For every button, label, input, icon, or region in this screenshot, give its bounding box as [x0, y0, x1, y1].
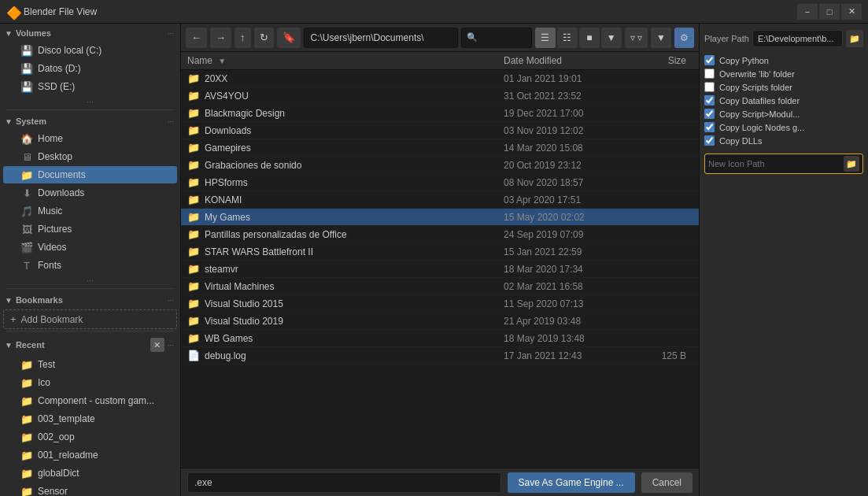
sidebar-item-home[interactable]: 🏠Home: [3, 130, 177, 147]
folder-icon: 📁: [187, 246, 200, 257]
table-row[interactable]: 📁 steamvr 18 Mar 2020 17:34: [181, 261, 699, 278]
table-row[interactable]: 📁 My Games 15 May 2020 02:02: [181, 209, 699, 226]
filter-button[interactable]: ▿ ▿: [625, 28, 648, 48]
large-grid-view-button[interactable]: ■: [579, 28, 600, 48]
sidebar-item-music[interactable]: 🎵Music: [3, 202, 177, 220]
column-name-header[interactable]: Name ▼: [187, 55, 504, 66]
recent-item[interactable]: 📁002_oop: [3, 428, 177, 446]
column-size-header[interactable]: Size: [630, 55, 693, 66]
recent-item[interactable]: 📁globalDict: [3, 465, 177, 482]
player-path-input[interactable]: [752, 30, 843, 47]
sidebar-item-pictures[interactable]: 🖼Pictures: [3, 220, 177, 238]
recent-item[interactable]: 📁003_template: [3, 410, 177, 428]
parent-dir-button[interactable]: ↑: [235, 28, 251, 48]
table-row[interactable]: 📄 debug.log 17 Jan 2021 12:43 125 B: [181, 347, 699, 365]
table-row[interactable]: 📁 Downloads 03 Nov 2019 12:02: [181, 122, 699, 139]
add-bookmark-button[interactable]: + Add Bookmark: [3, 309, 177, 329]
option-checkbox[interactable]: [704, 68, 715, 79]
recent-item[interactable]: 📁001_reloadme: [3, 446, 177, 464]
bookmarks-options[interactable]: ···: [168, 296, 174, 305]
table-row[interactable]: 📁 AVS4YOU 31 Oct 2021 23:52: [181, 87, 699, 105]
folder-icon: 📁: [187, 176, 200, 188]
option-checkbox[interactable]: [704, 122, 715, 132]
option-checkbox[interactable]: [704, 55, 715, 65]
refresh-button[interactable]: ↻: [254, 28, 274, 48]
table-row[interactable]: 📁 Visual Studio 2015 11 Sep 2020 07:13: [181, 295, 699, 313]
table-row[interactable]: 📁 Gamepires 14 Mar 2020 15:08: [181, 139, 699, 157]
recent-item[interactable]: 📁Component - custom gam...: [3, 392, 177, 409]
sort-button[interactable]: ▼: [651, 28, 671, 48]
table-row[interactable]: 📁 20XX 01 Jan 2021 19:01: [181, 70, 699, 87]
table-row[interactable]: 📁 KONAMI 03 Apr 2020 17:51: [181, 191, 699, 209]
option-checkbox[interactable]: [704, 109, 715, 119]
column-date-header[interactable]: Date Modified: [504, 55, 630, 66]
new-icon-browse-button[interactable]: 📁: [844, 156, 859, 172]
system-item-label: Downloads: [38, 187, 84, 198]
system-section-header[interactable]: ▼ System ···: [0, 112, 180, 129]
table-row[interactable]: 📁 Grabaciones de sonido 20 Oct 2019 23:1…: [181, 157, 699, 174]
file-name: AVS4YOU: [205, 91, 504, 102]
folder-icon: 📁: [20, 467, 33, 479]
table-row[interactable]: 📁 Pantillas personalizadas de Office 24 …: [181, 226, 699, 243]
table-row[interactable]: 📁 Visual Studio 2019 21 Apr 2019 03:48: [181, 313, 699, 330]
file-name: Gamepires: [205, 143, 504, 154]
volumes-section-header[interactable]: ▼ Volumes ···: [0, 24, 180, 41]
system-options[interactable]: ···: [168, 117, 174, 126]
new-icon-path-input[interactable]: [708, 159, 840, 168]
file-date: 15 May 2020 02:02: [504, 212, 630, 223]
table-row[interactable]: 📁 Blackmagic Design 19 Dec 2021 17:00: [181, 105, 699, 122]
system-more[interactable]: ···: [0, 275, 180, 287]
close-button[interactable]: ✕: [841, 4, 862, 20]
volumes-more[interactable]: ···: [0, 96, 180, 108]
recent-options[interactable]: ···: [168, 341, 174, 350]
recent-item[interactable]: 📁Ico: [3, 374, 177, 391]
window-controls: − □ ✕: [797, 4, 862, 20]
sidebar-item-fonts[interactable]: TFonts: [3, 257, 177, 274]
file-icon: 📄: [187, 350, 200, 361]
folder-icon: 📁: [187, 315, 200, 327]
save-game-engine-button[interactable]: Save As Game Engine ...: [508, 472, 635, 493]
recent-section-header[interactable]: ▼ Recent ✕ ···: [0, 333, 180, 355]
volumes-label: Volumes: [16, 28, 168, 38]
option-checkbox[interactable]: [704, 82, 715, 92]
volumes-options[interactable]: ···: [168, 29, 174, 38]
recent-clear-button[interactable]: ✕: [150, 338, 164, 352]
maximize-button[interactable]: □: [819, 4, 840, 20]
minimize-button[interactable]: −: [797, 4, 818, 20]
list-view-button[interactable]: ☰: [535, 28, 556, 48]
sidebar-item-desktop[interactable]: 🖥Desktop: [3, 148, 177, 165]
recent-item[interactable]: 📁Sensor: [3, 483, 177, 496]
file-list: 📁 20XX 01 Jan 2021 19:01 📁 AVS4YOU 31 Oc…: [181, 70, 699, 365]
sidebar-item-videos[interactable]: 🎬Videos: [3, 239, 177, 256]
bookmarks-section-header[interactable]: ▼ Bookmarks ···: [0, 291, 180, 308]
path-input[interactable]: [304, 28, 458, 48]
table-row[interactable]: 📁 Virtual Machines 02 Mar 2021 16:58: [181, 278, 699, 295]
option-checkbox[interactable]: [704, 95, 715, 105]
forward-button[interactable]: →: [210, 28, 231, 48]
app-icon: 🔶: [6, 6, 19, 18]
back-button[interactable]: ←: [186, 28, 207, 48]
settings-button[interactable]: ⚙: [674, 28, 694, 48]
player-path-browse-button[interactable]: 📁: [846, 30, 863, 47]
sidebar-item-volume[interactable]: 💾SSD (E:): [3, 78, 177, 95]
view-options-button[interactable]: ▼: [601, 28, 622, 48]
file-name: HPSforms: [205, 177, 504, 188]
new-icon-path-row[interactable]: 📁: [704, 154, 863, 174]
folder-icon: 📁: [187, 107, 200, 119]
filename-input[interactable]: [187, 472, 501, 493]
sidebar-item-volume[interactable]: 💾Datos (D:): [3, 60, 177, 77]
recent-item[interactable]: 📁Test: [3, 356, 177, 373]
bookmark-button[interactable]: 🔖: [277, 28, 301, 48]
sidebar-item-documents[interactable]: 📁Documents: [3, 166, 177, 183]
grid-view-button[interactable]: ☷: [557, 28, 578, 48]
table-row[interactable]: 📁 STAR WARS Battlefront II 15 Jan 2021 2…: [181, 243, 699, 261]
option-label: Copy Datafiles folder: [719, 96, 800, 105]
option-label: Copy Python: [719, 56, 769, 65]
table-row[interactable]: 📁 WB Games 18 May 2019 13:48: [181, 330, 699, 347]
sidebar-item-downloads[interactable]: ⬇Downloads: [3, 184, 177, 202]
sidebar-item-volume[interactable]: 💾Disco local (C:): [3, 42, 177, 59]
option-checkbox[interactable]: [704, 135, 715, 146]
cancel-button[interactable]: Cancel: [641, 472, 693, 493]
table-row[interactable]: 📁 HPSforms 08 Nov 2020 18:57: [181, 174, 699, 191]
file-list-container: 📁 20XX 01 Jan 2021 19:01 📁 AVS4YOU 31 Oc…: [181, 70, 699, 468]
